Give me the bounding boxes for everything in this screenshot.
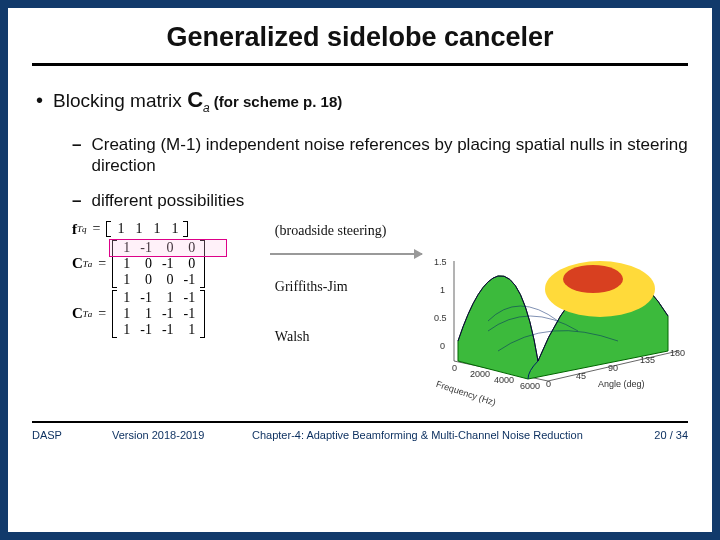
- cell: 0: [135, 272, 157, 288]
- xtick: 2000: [470, 369, 490, 379]
- b1-sub: a: [203, 101, 210, 115]
- bullet-text: Blocking matrix Ca (for scheme p. 18): [53, 88, 342, 120]
- cell: -1: [179, 272, 201, 288]
- label-griffiths-jim: Griffiths-Jim: [275, 247, 414, 301]
- cell: -1: [157, 322, 179, 338]
- arrow-icon: [270, 253, 422, 255]
- svg-point-4: [563, 265, 623, 293]
- footer-org: DASP: [32, 429, 92, 441]
- cell: 0: [135, 256, 157, 272]
- cell: 1: [117, 322, 135, 338]
- ztick: 1: [440, 285, 445, 295]
- cell: 1: [117, 256, 135, 272]
- footer: DASP Version 2018-2019 Chapter-4: Adapti…: [32, 429, 688, 441]
- cell: 1: [165, 221, 183, 237]
- gj-sub: a: [88, 259, 93, 269]
- equals-icon: =: [98, 256, 106, 272]
- equals-icon: =: [93, 221, 101, 237]
- cell: 1: [147, 221, 165, 237]
- matrix-walsh: CTa = 1-11-1 11-1-1 1-1-11: [72, 290, 261, 338]
- fq-sub: q: [82, 224, 87, 234]
- cell: -1: [135, 322, 157, 338]
- labels-column: (broadside steering) Griffiths-Jim Walsh: [275, 221, 414, 345]
- footer-rule: [32, 421, 688, 423]
- ytick: 180: [670, 348, 685, 358]
- cell: -1: [157, 306, 179, 322]
- xtick: 0: [452, 363, 457, 373]
- cell: 1: [179, 322, 201, 338]
- dash-icon: –: [72, 190, 81, 211]
- ztick: 1.5: [434, 257, 447, 267]
- bullet-possibilities: – different possibilities: [72, 190, 688, 211]
- cell: 1: [117, 306, 135, 322]
- b1-sym: C: [187, 87, 203, 112]
- ytick: 0: [546, 379, 551, 389]
- highlight-box: [109, 239, 227, 257]
- cell: -1: [179, 306, 201, 322]
- label-broadside: (broadside steering): [275, 223, 414, 247]
- dash-icon: –: [72, 134, 81, 176]
- slide: Generalized sidelobe canceler • Blocking…: [8, 8, 712, 532]
- content-row: fTq = 1 1 1 1 CTa = 1-100: [72, 221, 688, 391]
- gj-sym: C: [72, 255, 83, 272]
- matrix-griffiths-jim: CTa = 1-100 10-10 100-1: [72, 240, 261, 288]
- b2a-text: Creating (M-1) independent noise referen…: [91, 134, 688, 176]
- cell: 1: [129, 221, 147, 237]
- xtick: 6000: [520, 381, 540, 391]
- cell: 1: [117, 272, 135, 288]
- matrices-column: fTq = 1 1 1 1 CTa = 1-100: [72, 221, 261, 338]
- w-sym: C: [72, 305, 83, 322]
- ytick: 90: [608, 363, 618, 373]
- w-table: 1-11-1 11-1-1 1-1-11: [117, 290, 200, 338]
- footer-version: Version 2018-2019: [112, 429, 232, 441]
- bullet-creating: – Creating (M-1) independent noise refer…: [72, 134, 688, 176]
- cell: 1: [157, 290, 179, 306]
- page-title: Generalized sidelobe canceler: [32, 22, 688, 53]
- b1-prefix: Blocking matrix: [53, 90, 187, 111]
- cell: 0: [179, 256, 201, 272]
- cell: 1: [111, 221, 129, 237]
- cell: -1: [135, 290, 157, 306]
- ztick: 0.5: [434, 313, 447, 323]
- w-sub: a: [88, 309, 93, 319]
- label-walsh: Walsh: [275, 301, 414, 345]
- equals-icon: =: [98, 306, 106, 322]
- bullet-dot: •: [36, 88, 43, 120]
- cell: 1: [117, 290, 135, 306]
- ytick: 135: [640, 355, 655, 365]
- title-rule: [32, 63, 688, 66]
- surface-plot-icon: [428, 221, 688, 391]
- fq-table: 1 1 1 1: [111, 221, 183, 237]
- footer-chapter: Chapter-4: Adaptive Beamforming & Multi-…: [252, 429, 613, 441]
- ztick: 0: [440, 341, 445, 351]
- b2b-text: different possibilities: [91, 190, 244, 211]
- cell: 0: [157, 272, 179, 288]
- ytick: 45: [576, 371, 586, 381]
- bullet-blocking-matrix: • Blocking matrix Ca (for scheme p. 18): [36, 88, 688, 120]
- cell: -1: [157, 256, 179, 272]
- beampattern-plot: 1.5 1 0.5 0 0 2000 4000 6000 0 45 90 135…: [428, 221, 688, 391]
- cell: 1: [135, 306, 157, 322]
- matrix-fq: fTq = 1 1 1 1: [72, 221, 261, 238]
- ylabel: Angle (deg): [598, 379, 645, 389]
- footer-page: 20 / 34: [633, 429, 688, 441]
- b1-note: (for scheme p. 18): [210, 93, 343, 110]
- cell: -1: [179, 290, 201, 306]
- xtick: 4000: [494, 375, 514, 385]
